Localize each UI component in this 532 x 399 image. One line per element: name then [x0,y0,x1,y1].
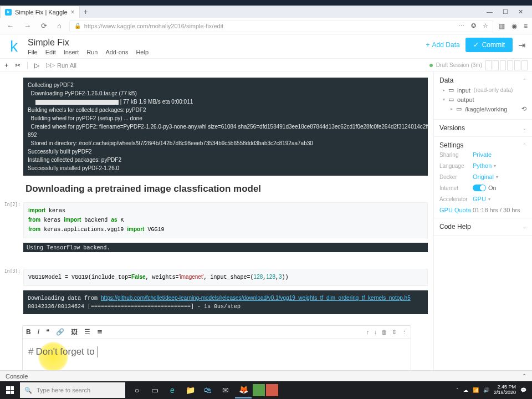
run-cell-button[interactable]: ▷ [34,62,39,69]
ol-button[interactable]: ≣ [97,328,103,336]
status-dot-icon [429,64,433,67]
forward-icon[interactable]: → [22,21,33,31]
chevron-down-icon: ▾ [443,97,445,102]
cortana-icon[interactable]: ○ [129,382,145,398]
accelerator-select[interactable]: GPU▾ [473,196,526,202]
maximize-icon[interactable]: ☐ [503,8,508,16]
bold-button[interactable]: B [26,328,31,336]
sharing-value[interactable]: Private [473,151,526,158]
tray-network-icon[interactable]: 📶 [473,387,479,393]
run-all-button[interactable]: ▷▷ Run All [46,62,76,69]
tray-notifications-icon[interactable]: 💬 [520,387,526,393]
menu-file[interactable]: File [28,49,38,55]
browser-toolbar: ← → ⟳ ⌂ 🔒 ⋯ ✪ ☆ ▥ ◉ ≡ [0,18,532,34]
code-output-2: Using TensorFlow backend. [23,243,428,252]
library-icon[interactable]: ▥ [499,22,505,30]
commit-button[interactable]: ✓ Commit [466,38,513,52]
store-icon[interactable]: 🛍 [200,382,216,398]
console-bar[interactable]: Console ⌃ [0,370,532,381]
tree-output-folder[interactable]: ▾ ▭ output [443,95,526,104]
link-button[interactable]: 🔗 [56,328,64,336]
back-icon[interactable]: ← [4,21,16,31]
menu-help[interactable]: Help [136,49,149,55]
markdown-content[interactable]: # Don't forget to [23,339,411,370]
edge-icon[interactable]: e [164,382,181,398]
image-button[interactable]: 🖼 [71,328,78,336]
language-select[interactable]: Python▾ [473,162,526,169]
notebook-toolbar: + ✂ ▷ ▷▷ Run All Draft Session (3m) [0,59,532,72]
add-cell-button[interactable]: + [4,62,8,69]
chevron-right-icon: ▸ [443,88,445,93]
bookmark-icon[interactable]: ☆ [483,22,488,29]
cut-cell-button[interactable]: ✂ [15,62,21,69]
url-bar[interactable]: 🔒 ⋯ ✪ ☆ [69,20,493,32]
code-cell-2[interactable]: import kerasfrom keras import backend as… [23,202,428,238]
account-icon[interactable]: ◉ [511,22,517,30]
close-tab-icon[interactable]: × [71,8,75,16]
session-status[interactable]: Draft Session (3m) [429,60,528,70]
taskbar-search[interactable]: 🔍 Type here to search [20,382,125,398]
markdown-editor[interactable]: B I ❝ 🔗 🖼 ☰ ≣ ↑ ↓ 🗑 ⇕ ⋮ # Don't forget t… [22,325,411,370]
refresh-icon[interactable]: ⟲ [521,105,526,112]
gpu-quota-link[interactable]: GPU Quota [439,207,473,213]
tree-working-folder[interactable]: ▸ ▭ /kaggle/working ⟲ [443,104,526,114]
internet-toggle[interactable]: On [473,185,526,191]
menu-run[interactable]: Run [86,49,98,55]
tray-chevron-icon[interactable]: ˄ [456,387,459,393]
close-window-icon[interactable]: ✕ [518,8,523,16]
reload-icon[interactable]: ⟳ [39,21,49,31]
explorer-icon[interactable]: 📁 [182,382,198,398]
quote-button[interactable]: ❝ [46,328,49,336]
italic-button[interactable]: I [38,328,39,336]
taskview-icon[interactable]: ▭ [146,382,163,398]
app-green-icon[interactable] [253,384,265,396]
move-up-button[interactable]: ↑ [366,329,370,336]
kaggle-logo[interactable]: k [0,38,28,55]
chevron-up-icon: ⌃ [523,143,526,148]
docker-select[interactable]: Original▾ [473,173,526,180]
app-red-icon[interactable] [266,384,278,396]
home-icon[interactable]: ⌂ [55,21,64,31]
chevron-down-icon: ⌄ [523,126,526,131]
minimize-icon[interactable]: — [487,8,493,16]
cell-menu-button[interactable]: ⋮ [401,329,407,336]
tray-volume-icon[interactable]: 🔊 [483,387,489,393]
data-section-header[interactable]: Data ⌃ [439,76,526,84]
menu-insert[interactable]: Insert [64,49,79,55]
new-tab-button[interactable]: + [80,7,92,16]
settings-section-header[interactable]: Settings ⌃ [439,141,526,149]
versions-section-header[interactable]: Versions ⌄ [439,124,526,132]
markdown-toolbar: B I ❝ 🔗 🖼 ☰ ≣ ↑ ↓ 🗑 ⇕ ⋮ [23,326,411,339]
kaggle-favicon: k [5,9,12,16]
meter-ram [507,60,513,70]
tray-cloud-icon[interactable]: ☁ [463,387,468,393]
mail-icon[interactable]: ✉ [217,382,234,398]
collapse-sidebar-icon[interactable]: ⇥ [518,40,525,50]
collapse-button[interactable]: ⇕ [392,329,397,336]
url-input[interactable] [84,23,455,29]
tree-input-folder[interactable]: ▸ ▭ input (read-only data) [443,85,526,95]
firefox-icon[interactable]: 🦊 [235,382,252,398]
add-data-button[interactable]: + Add Data [426,41,460,49]
menu-edit[interactable]: Edit [45,49,56,55]
reader-icon[interactable]: ✪ [471,22,476,29]
menu-icon[interactable]: ≡ [524,22,528,30]
meter-hdd [485,60,492,70]
delete-cell-button[interactable]: 🗑 [381,329,387,336]
tray-clock[interactable]: 2:45 PM 2/19/2020 [494,385,516,396]
cell-label-in3: In[3]: [4,269,21,274]
meter-gpu [514,60,520,70]
notebook-body[interactable]: Collecting pyPDF2 Downloading PyPDF2-1.2… [0,72,433,370]
folder-icon: ▭ [456,105,462,112]
start-button[interactable] [1,381,19,399]
fast-forward-icon: ▷▷ [46,62,55,69]
ul-button[interactable]: ☰ [84,328,90,336]
codehelp-section-header[interactable]: Code Help ⌄ [439,223,526,231]
move-down-button[interactable]: ↓ [374,329,377,336]
active-tab[interactable]: k Simple Fix | Kaggle × [0,6,80,18]
notebook-title[interactable]: Simple Fix [28,38,426,48]
more-icon[interactable]: ⋯ [458,22,464,29]
code-cell-3[interactable]: VGG19Model = VGG19(include_top=False, we… [23,269,428,286]
menu-addons[interactable]: Add-ons [105,49,128,55]
chevron-up-icon: ⌃ [523,78,526,83]
